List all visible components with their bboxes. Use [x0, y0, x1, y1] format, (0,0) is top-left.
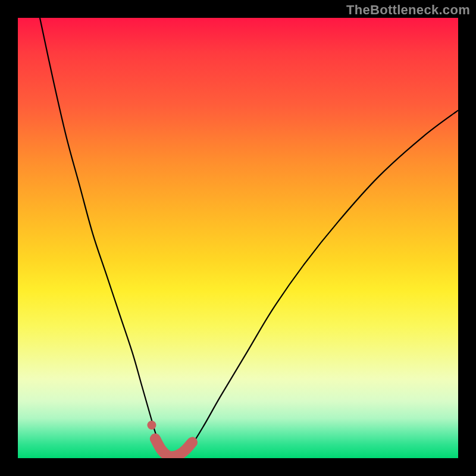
watermark-label: TheBottleneck.com — [346, 2, 470, 18]
marker-dot — [147, 421, 156, 430]
plot-area — [18, 18, 458, 458]
curve-path — [40, 18, 458, 457]
outer-frame: TheBottleneck.com — [0, 0, 476, 476]
marker-stroke — [155, 439, 192, 456]
bottom-marker-group — [147, 421, 192, 456]
bottleneck-curve — [18, 18, 458, 458]
